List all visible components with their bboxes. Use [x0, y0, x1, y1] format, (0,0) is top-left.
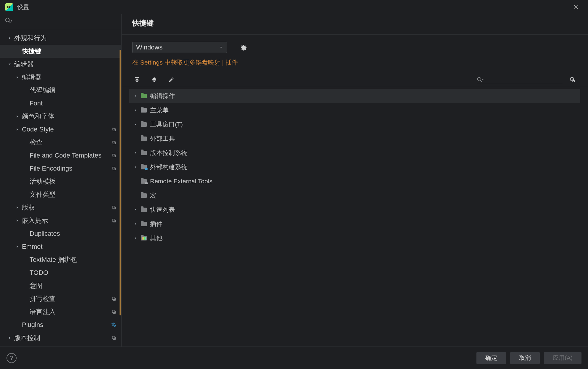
chevron-icon	[14, 127, 21, 131]
expand-all-button[interactable]	[132, 75, 142, 84]
svg-point-19	[478, 77, 481, 81]
sidebar-item-15[interactable]: Duplicates	[0, 227, 121, 240]
svg-rect-16	[112, 310, 115, 313]
tree-item-6[interactable]: Remote External Tools	[129, 174, 580, 188]
sidebar-item-11[interactable]: 活动模板	[0, 175, 121, 188]
folder-icon	[139, 236, 148, 240]
tree-item-label: 宏	[150, 191, 156, 200]
keymap-settings-button[interactable]	[238, 42, 249, 53]
edit-shortcut-button[interactable]	[167, 75, 176, 84]
sidebar-item-17[interactable]: TextMate 捆绑包	[0, 253, 121, 266]
folder-icon	[139, 208, 148, 212]
tree-item-3[interactable]: 外部工具	[129, 131, 580, 146]
svg-rect-14	[112, 297, 115, 300]
chevron-icon	[132, 108, 139, 112]
help-button[interactable]: ?	[7, 353, 17, 363]
translate-icon	[111, 322, 117, 328]
folder-icon	[139, 122, 148, 127]
folder-icon	[139, 165, 148, 169]
find-by-shortcut-button[interactable]	[568, 75, 577, 84]
sidebar-item-label: File Encodings	[29, 165, 111, 172]
ok-button[interactable]: 确定	[476, 352, 506, 364]
sidebar-item-label: 颜色和字体	[21, 112, 111, 121]
scope-icon	[111, 296, 117, 301]
tree-item-label: 其他	[150, 234, 162, 242]
apply-button[interactable]: 应用(A)	[544, 352, 581, 364]
folder-icon	[139, 179, 148, 184]
svg-rect-1	[113, 129, 115, 131]
sidebar-item-4[interactable]: 代码编辑	[0, 84, 121, 97]
sidebar-item-19[interactable]: 意图	[0, 279, 121, 292]
chevron-icon	[6, 336, 14, 340]
chevron-icon	[132, 236, 139, 240]
folder-icon	[139, 94, 148, 98]
tree-item-10[interactable]: 其他	[129, 231, 580, 245]
sidebar-item-5[interactable]: Font	[0, 97, 121, 110]
sidebar-item-6[interactable]: 颜色和字体	[0, 110, 121, 123]
keymap-select[interactable]: Windows	[132, 42, 227, 53]
sidebar-item-10[interactable]: File Encodings	[0, 162, 121, 175]
scope-icon	[111, 218, 117, 223]
tree-item-5[interactable]: 外部构建系统	[129, 160, 580, 174]
sidebar-item-13[interactable]: 版权	[0, 201, 121, 214]
close-button[interactable]	[570, 1, 583, 14]
tree-item-label: 主菜单	[150, 106, 169, 114]
sidebar-item-8[interactable]: 检查	[0, 136, 121, 149]
folder-icon	[139, 137, 148, 141]
sidebar-item-label: 版本控制	[14, 333, 111, 342]
chevron-icon	[14, 219, 21, 223]
svg-rect-11	[113, 220, 115, 222]
chevron-icon	[14, 245, 21, 249]
sidebar-item-7[interactable]: Code Style	[0, 123, 121, 136]
tree-item-2[interactable]: 工具窗口(T)	[129, 117, 580, 131]
sidebar-item-3[interactable]: 编辑器	[0, 71, 121, 84]
tree-item-8[interactable]: 快速列表	[129, 203, 580, 217]
svg-rect-12	[112, 219, 115, 222]
search-icon[interactable]: ▾	[5, 17, 12, 24]
folder-icon	[139, 222, 148, 226]
sidebar-item-label: 拼写检查	[29, 294, 111, 303]
svg-rect-18	[112, 336, 115, 339]
plugins-hint-link[interactable]: 在 Settings 中获取更多键盘映射 | 插件	[122, 57, 588, 72]
sidebar-item-21[interactable]: 语言注入	[0, 305, 121, 318]
sidebar-item-label: 编辑器	[21, 73, 111, 82]
scope-icon	[111, 140, 117, 145]
sidebar-item-20[interactable]: 拼写检查	[0, 292, 121, 305]
svg-rect-4	[112, 141, 115, 143]
sidebar-item-label: 嵌入提示	[21, 216, 111, 225]
tree-item-label: 快速列表	[150, 206, 175, 214]
chevron-icon	[132, 151, 139, 155]
sidebar-item-18[interactable]: TODO	[0, 266, 121, 279]
chevron-icon	[14, 75, 21, 79]
sidebar-item-label: 意图	[29, 281, 111, 290]
scope-icon	[111, 205, 117, 210]
tree-item-label: 外部工具	[150, 134, 175, 143]
sidebar-item-label: Emmet	[21, 243, 111, 251]
sidebar-item-23[interactable]: 版本控制	[0, 331, 121, 344]
tree-item-4[interactable]: 版本控制系统	[129, 146, 580, 160]
tree-item-1[interactable]: 主菜单	[129, 103, 580, 117]
sidebar-item-2[interactable]: 编辑器	[0, 58, 121, 71]
cancel-button[interactable]: 取消	[510, 352, 540, 364]
tree-item-label: 外部构建系统	[150, 163, 187, 171]
action-search-input[interactable]: ▾	[477, 75, 563, 84]
sidebar-item-16[interactable]: Emmet	[0, 240, 121, 253]
svg-rect-2	[112, 128, 115, 130]
svg-rect-17	[113, 337, 115, 339]
tree-item-9[interactable]: 插件	[129, 217, 580, 231]
svg-rect-15	[113, 311, 115, 313]
sidebar-item-14[interactable]: 嵌入提示	[0, 214, 121, 227]
sidebar-item-label: Font	[29, 100, 111, 107]
sidebar-item-22[interactable]: Plugins	[0, 318, 121, 331]
tree-item-0[interactable]: 编辑操作	[129, 89, 580, 103]
scope-icon	[111, 127, 117, 132]
sidebar-item-12[interactable]: 文件类型	[0, 188, 121, 201]
tree-item-7[interactable]: 宏	[129, 188, 580, 203]
sidebar-item-9[interactable]: File and Code Templates	[0, 149, 121, 162]
scope-icon	[111, 309, 117, 314]
sidebar-item-1[interactable]: 快捷键	[0, 45, 121, 58]
tree-item-label: 编辑操作	[150, 92, 175, 100]
titlebar: 设置	[0, 0, 588, 14]
collapse-all-button[interactable]	[149, 75, 159, 84]
sidebar-item-0[interactable]: 外观和行为	[0, 32, 121, 45]
